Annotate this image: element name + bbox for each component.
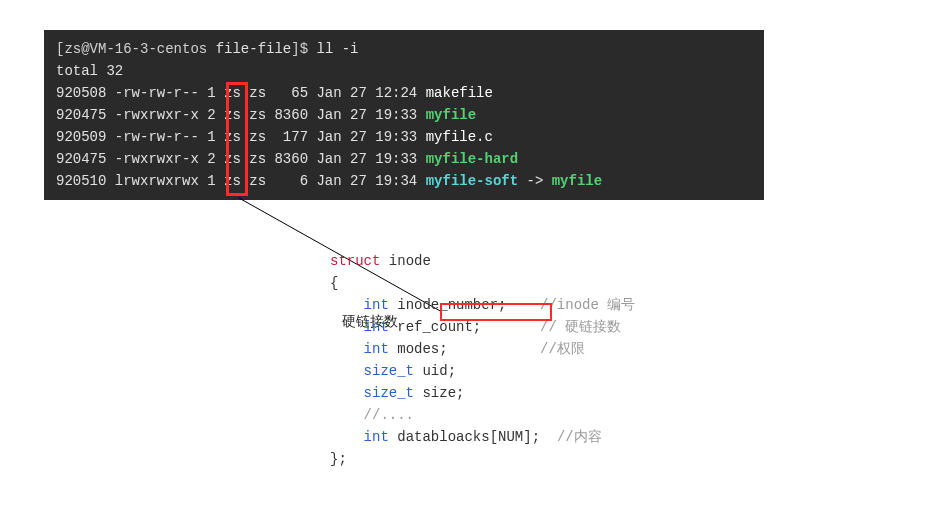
file-row: 920475 -rwxrwxr-x 2 zs zs 8360 Jan 27 19…: [56, 148, 752, 170]
prompt-dir: file-file: [216, 41, 292, 57]
terminal-output: [zs@VM-16-3-centos file-file]$ ll -i tot…: [44, 30, 764, 200]
total-line: total 32: [56, 60, 752, 82]
file-row: 920508 -rw-rw-r-- 1 zs zs 65 Jan 27 12:2…: [56, 82, 752, 104]
command-text: ll -i: [316, 41, 358, 57]
file-name: myfile.c: [426, 129, 493, 145]
file-name: makefile: [426, 85, 493, 101]
file-name: myfile-hard: [426, 151, 518, 167]
symlink-target: myfile: [552, 173, 602, 189]
terminal-prompt-line: [zs@VM-16-3-centos file-file]$ ll -i: [56, 38, 752, 60]
struct-inode-code: struct inode { int inode_number; //inode…: [330, 250, 635, 470]
file-row: 920509 -rw-rw-r-- 1 zs zs 177 Jan 27 19:…: [56, 126, 752, 148]
file-row: 920475 -rwxrwxr-x 2 zs zs 8360 Jan 27 19…: [56, 104, 752, 126]
file-name: myfile-soft: [426, 173, 518, 189]
file-name: myfile: [426, 107, 476, 123]
file-row: 920510 lrwxrwxrwx 1 zs zs 6 Jan 27 19:34…: [56, 170, 752, 192]
prompt-user: zs@VM-16-3-centos: [64, 41, 207, 57]
